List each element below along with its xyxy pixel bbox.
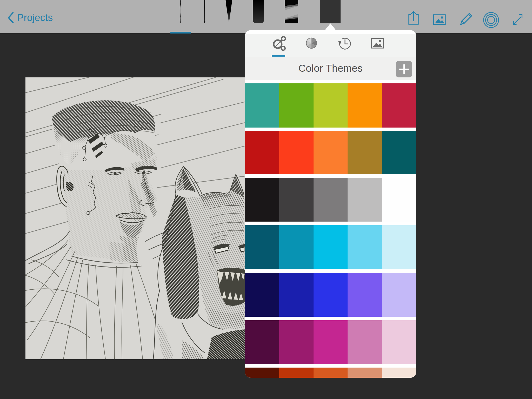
svg-text:Projects: Projects [17, 12, 53, 23]
